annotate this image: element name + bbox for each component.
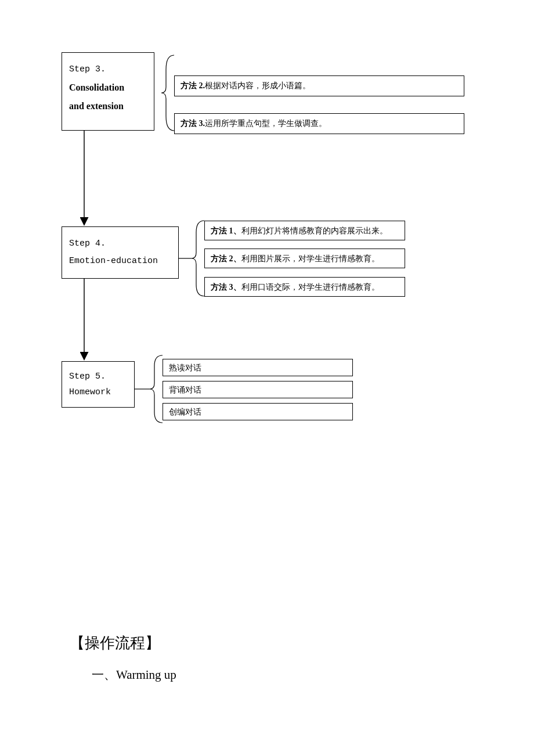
diagram-page: Step 3. Consolidation and extension 方法 2… xyxy=(0,0,534,756)
step-4-method-1: 方法 1、利用幻灯片将情感教育的内容展示出来。 xyxy=(204,221,405,240)
sub-heading-1: 一、Warming up xyxy=(92,667,176,683)
step-4-method-3: 方法 3、利用口语交际，对学生进行情感教育。 xyxy=(204,277,405,297)
method-text: 运用所学重点句型，学生做调查。 xyxy=(205,119,327,128)
method-text: 根据对话内容，形成小语篇。 xyxy=(205,81,311,90)
sub-heading-prefix: 一、 xyxy=(92,668,116,682)
step-3-label-line-1: Consolidation xyxy=(69,78,147,97)
step-3-box: Step 3. Consolidation and extension xyxy=(62,52,154,131)
method-text: 利用幻灯片将情感教育的内容展示出来。 xyxy=(241,226,388,235)
step-3-method-2: 方法 2.根据对话内容，形成小语篇。 xyxy=(174,75,464,96)
step-5-item-1: 熟读对话 xyxy=(163,359,353,376)
method-text: 熟读对话 xyxy=(169,363,201,372)
method-label: 方法 1、 xyxy=(211,226,241,235)
step-3-method-3: 方法 3.运用所学重点句型，学生做调查。 xyxy=(174,113,464,134)
method-label: 方法 3、 xyxy=(211,283,241,291)
step-5-label: Homework xyxy=(69,384,127,400)
step-4-box: Step 4. Emotion-education xyxy=(62,226,179,279)
section-heading: 【操作流程】 xyxy=(70,633,160,653)
step-5-box: Step 5. Homework xyxy=(62,361,135,408)
step-3-title: Step 3. xyxy=(69,61,147,78)
step-4-label: Emotion-education xyxy=(69,253,171,270)
step-3-label-line-2: and extension xyxy=(69,97,147,116)
method-label: 方法 2、 xyxy=(211,254,241,263)
step-5-title: Step 5. xyxy=(69,369,127,384)
method-label: 方法 3. xyxy=(181,119,205,128)
method-label: 方法 2. xyxy=(181,81,205,90)
method-text: 利用口语交际，对学生进行情感教育。 xyxy=(241,283,380,291)
step-5-item-2: 背诵对话 xyxy=(163,381,353,398)
sub-heading-text: Warming up xyxy=(116,668,176,682)
step-4-method-2: 方法 2、利用图片展示，对学生进行情感教育。 xyxy=(204,249,405,268)
method-text: 创编对话 xyxy=(169,408,201,416)
step-4-title: Step 4. xyxy=(69,235,171,253)
step-5-item-3: 创编对话 xyxy=(163,403,353,420)
method-text: 利用图片展示，对学生进行情感教育。 xyxy=(241,254,380,263)
method-text: 背诵对话 xyxy=(169,386,201,394)
